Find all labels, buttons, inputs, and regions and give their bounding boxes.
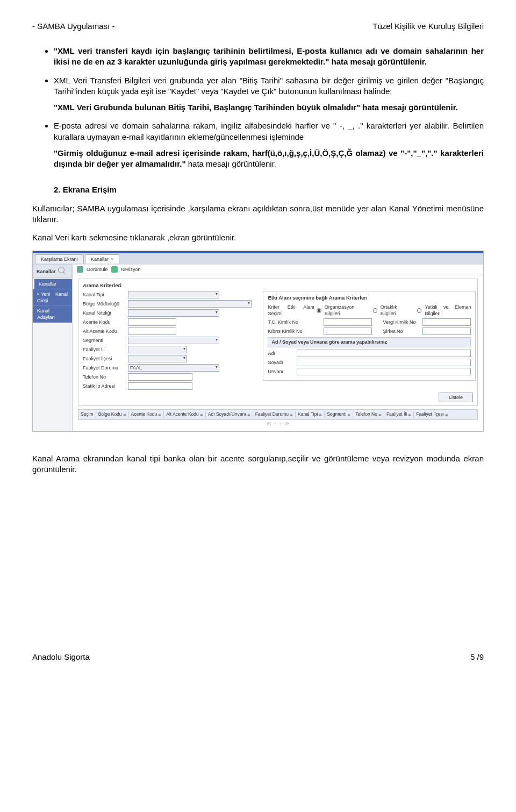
tab-kanallar[interactable]: Kanallar× bbox=[85, 254, 119, 263]
radio-yetkili[interactable] bbox=[417, 308, 421, 313]
bullet-3b: "Girmiş olduğunuz e-mail adresi içerisin… bbox=[54, 148, 484, 170]
tab-welcome[interactable]: Karşılama Ekranı bbox=[35, 254, 84, 263]
app-screenshot: Karşılama Ekranı Kanallar× Kanallar Kana… bbox=[32, 251, 484, 432]
th-adi[interactable]: Adı Soyadı/Unvanı≑ bbox=[208, 411, 253, 417]
view-icon[interactable] bbox=[77, 266, 83, 273]
lbl-r3: Yetkili ve Eleman Bilgileri bbox=[425, 304, 471, 317]
lbl-r2: Ortaklık Bilgileri bbox=[381, 304, 410, 317]
inp-adi[interactable] bbox=[297, 350, 471, 357]
toolbar-view[interactable]: Görüntüle bbox=[87, 266, 108, 273]
inp-unvani[interactable] bbox=[297, 368, 471, 375]
close-icon[interactable]: × bbox=[111, 257, 113, 262]
bullet-1: "XML veri transferi kaydı için başlangıç… bbox=[54, 46, 484, 66]
sidebar-item-adaylari[interactable]: Kanal Adayları bbox=[33, 306, 72, 323]
sel-bolge[interactable] bbox=[128, 300, 252, 308]
toolbar-revision[interactable]: Revizyon bbox=[121, 266, 141, 273]
inp-soyadi[interactable] bbox=[297, 359, 471, 366]
bullet-3a: E-posta adresi ve domain sahalarına raka… bbox=[54, 121, 484, 141]
para-2: Kanal Veri kartı sekmesine tıklanarak ,e… bbox=[32, 232, 484, 243]
inp-tc[interactable] bbox=[324, 318, 372, 326]
th-filce[interactable]: Faaliyet İlçesi≑ bbox=[416, 411, 450, 417]
radio-ortaklik[interactable] bbox=[373, 308, 377, 313]
lbl-seg: Segmenti bbox=[83, 337, 126, 344]
lbl-nitelik: Kanal Niteliği bbox=[83, 310, 126, 316]
sel-fdurum[interactable]: FAAL bbox=[128, 364, 219, 372]
header-right: Tüzel Kişilik ve Kuruluş Bilgileri bbox=[372, 22, 484, 31]
th-tel[interactable]: Telefon No≑ bbox=[355, 411, 384, 417]
th-acente[interactable]: Acente Kodu≑ bbox=[131, 411, 164, 417]
bullet-2-sub: "XML Veri Grubunda bulunan Bitiş Tarihi,… bbox=[54, 102, 484, 113]
th-secim[interactable]: Seçim bbox=[81, 411, 96, 417]
lbl-kanal-tipi: Kanal Tipi bbox=[83, 291, 126, 298]
revision-icon[interactable] bbox=[111, 266, 118, 273]
lbl-unvani: Unvanı bbox=[268, 368, 295, 375]
subheader-ad: Ad / Soyad veya Unvana göre arama yapabi… bbox=[268, 337, 471, 347]
lbl-filce: Faaliyet İlçesi bbox=[83, 355, 126, 362]
inp-ip[interactable] bbox=[128, 382, 192, 390]
lbl-kibris: Kıbrıs Kimlik No bbox=[268, 328, 321, 334]
sel-fil[interactable] bbox=[128, 346, 187, 353]
inp-kibris[interactable] bbox=[324, 327, 372, 335]
inp-akodu[interactable] bbox=[128, 318, 176, 326]
header-left: - SAMBA Uygulaması - bbox=[32, 22, 114, 31]
sel-kanal-tipi[interactable] bbox=[128, 291, 219, 298]
inp-altkodu[interactable] bbox=[128, 327, 176, 335]
th-fil[interactable]: Faaliyet İli≑ bbox=[386, 411, 414, 417]
lbl-altkodu: Alt Acente Kodu bbox=[83, 328, 126, 334]
th-bolge[interactable]: Bölge Kodu≑ bbox=[98, 411, 129, 417]
lbl-r1: Organizasyon Bilgileri bbox=[325, 304, 365, 317]
document-body: "XML veri transferi kaydı için başlangıç… bbox=[32, 46, 484, 475]
para-1: Kullanıcılar; SAMBA uygulaması içerisind… bbox=[32, 203, 484, 225]
para-3: Kanal Arama ekranından kanal tipi banka … bbox=[32, 453, 484, 475]
lbl-bolge: Bölge Müdürlüğü bbox=[83, 301, 126, 307]
inp-tel[interactable] bbox=[128, 373, 192, 381]
inp-vergi[interactable] bbox=[422, 318, 471, 326]
panel-etki-title: Etki Alanı seçimine bağlı Arama Kriterle… bbox=[268, 295, 471, 302]
lbl-fil: Faaliyet İli bbox=[83, 346, 126, 353]
lbl-sirket: Şirket No bbox=[383, 328, 420, 334]
th-faaliyet[interactable]: Faaliyet Durumu≑ bbox=[255, 411, 296, 417]
sel-filce[interactable] bbox=[128, 355, 187, 362]
pager[interactable]: ≪ ‹ › ≫ bbox=[78, 420, 478, 428]
sel-nitelik[interactable] bbox=[128, 309, 219, 317]
th-seg[interactable]: Segmenti≑ bbox=[327, 411, 353, 417]
search-icon[interactable] bbox=[58, 267, 64, 273]
panel-arama-title: Arama Kriterleri bbox=[83, 282, 473, 289]
lbl-akodu: Acente Kodu bbox=[83, 319, 126, 325]
lbl-ip: Statik Ip Adresi bbox=[83, 383, 126, 389]
footer-left: Anadolu Sigorta bbox=[32, 652, 90, 661]
footer-right: 5 /9 bbox=[470, 652, 484, 661]
lbl-fdurum: Faaliyet Durumu bbox=[83, 365, 126, 371]
table-header: Seçim Bölge Kodu≑ Acente Kodu≑ Alt Acent… bbox=[78, 409, 478, 419]
lbl-soyadi: Soyadı bbox=[268, 359, 295, 366]
sidebar-item-yeni[interactable]: •Yeni Kanal Girişi bbox=[33, 289, 72, 306]
sel-seg[interactable] bbox=[128, 337, 219, 344]
th-kanaltipi[interactable]: Kanal Tipi≑ bbox=[298, 411, 325, 417]
inp-sirket[interactable] bbox=[422, 327, 471, 335]
lbl-kriter: Kriter Etki Alanı Seçimi bbox=[268, 304, 314, 317]
sidebar-item-kanallar[interactable]: Kanallar bbox=[33, 279, 72, 289]
bullet-2: XML Veri Transferi Bilgileri veri grubun… bbox=[54, 76, 484, 96]
lbl-vergi: Vergi Kimlik No bbox=[383, 319, 420, 325]
th-altacente[interactable]: Alt Acente Kodu≑ bbox=[166, 411, 206, 417]
sidebar: Kanallar Kanallar •Yeni Kanal Girişi Kan… bbox=[33, 265, 73, 431]
lbl-tel: Telefon No bbox=[83, 374, 126, 380]
lbl-tc: T.C. Kimlik No bbox=[268, 319, 321, 325]
radio-org[interactable] bbox=[317, 308, 321, 313]
lbl-adi: Adı bbox=[268, 350, 295, 357]
listele-button[interactable]: Listele bbox=[439, 393, 473, 402]
section-2-title: 2. Ekrana Erişim bbox=[54, 184, 484, 195]
